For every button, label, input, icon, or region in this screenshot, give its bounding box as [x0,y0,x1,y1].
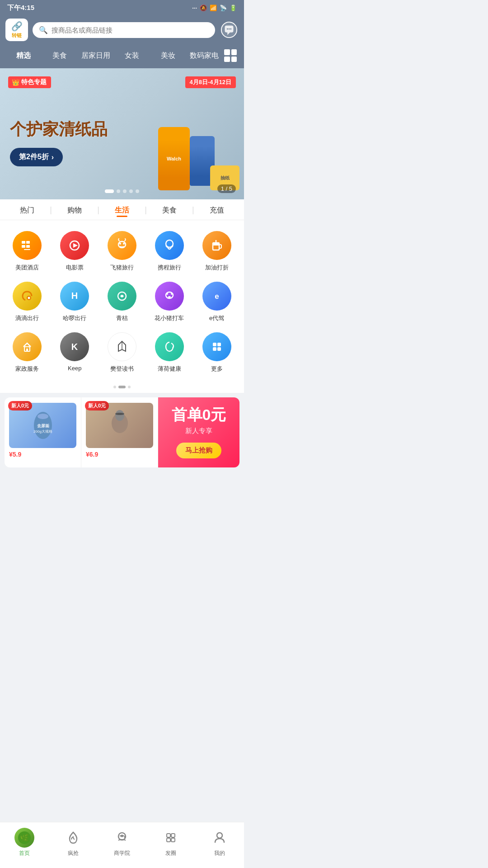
movie-icon [60,231,89,260]
banner[interactable]: 👑 特色专题 4月8日-4月12日 个护家清纸品 第2件5折 › Walch 抽… [0,68,244,199]
nav-grid-icon[interactable] [222,47,239,64]
svg-text:e: e [215,292,219,301]
battery-icon: 🔋 [230,5,237,11]
search-input[interactable] [52,26,209,34]
service-movie[interactable]: 电影票 [51,227,99,278]
service-grid: 美团酒店 电影票 飞猪旅行 携程旅行 加油打折 滴滴出行 H [0,220,244,383]
service-ctrip[interactable]: 携程旅行 [145,227,193,278]
promo-badge-2: 新人0元 [85,401,109,410]
service-fandeng[interactable]: 樊登读书 [99,329,146,379]
svg-rect-34 [217,343,221,346]
svg-rect-35 [213,347,216,351]
fandeng-label: 樊登读书 [110,365,134,373]
banner-dots [105,189,139,193]
svg-point-42 [115,410,124,421]
logo-box[interactable]: 🔗 转链 [5,19,28,41]
wifi-icon: 📡 [220,5,227,11]
didi-icon [13,282,42,311]
ctrip-icon [155,231,184,260]
service-fliggy[interactable]: 飞猪旅行 [99,227,146,278]
nav-tab-fashion[interactable]: 女装 [114,49,150,62]
gas-icon [202,231,231,260]
service-meituan[interactable]: 美团酒店 [4,227,51,278]
banner-indicator: 1 / 5 [217,184,236,193]
hello-icon: H [60,282,89,311]
promo-section: 去尿垢 200g大规格 新人0元 ¥5.9 新人0元 ¥6.9 首单0元 新人专… [5,397,239,467]
nav-tab-home[interactable]: 居家日用 [78,49,114,62]
network-icon: 📶 [210,5,217,11]
svg-point-14 [166,240,173,247]
service-qingju[interactable]: 青桔 [99,278,146,329]
chat-icon[interactable] [220,20,239,39]
service-gas[interactable]: 加油打折 [193,227,240,278]
keep-label: Keep [68,365,81,372]
svg-point-12 [119,243,121,245]
banner-title: 个护家清纸品 [10,119,136,139]
status-time: 下午4:15 [7,4,34,12]
banner-dot-1 [105,189,114,193]
svg-rect-4 [22,241,25,244]
svg-marker-10 [73,243,78,248]
promo-right-btn[interactable]: 马上抢购 [176,443,221,458]
cat-tab-life[interactable]: 生活 [99,199,145,220]
cat-tab-food2[interactable]: 美食 [147,199,192,220]
banner-dot-4 [129,189,133,193]
svg-point-26 [168,296,171,298]
service-bohe[interactable]: 薄荷健康 [145,329,193,379]
gas-label: 加油打折 [205,264,229,272]
service-edaijia[interactable]: e e代驾 [193,278,240,329]
logo-label: 转链 [12,32,22,39]
service-homeservice[interactable]: 家政服务 [4,329,51,379]
banner-bg: 👑 特色专题 4月8日-4月12日 个护家清纸品 第2件5折 › Walch 抽… [0,68,244,199]
svg-text:200g大规格: 200g大规格 [33,429,52,434]
service-hello[interactable]: H 哈啰出行 [51,278,99,329]
homeservice-icon [13,332,42,361]
service-more[interactable]: 更多 [193,329,240,379]
hello-label: 哈啰出行 [63,314,86,322]
svg-rect-33 [213,343,216,346]
bohe-icon [155,332,184,361]
fliggy-label: 飞猪旅行 [110,264,134,272]
service-huaxiaozhu[interactable]: 花小猪打车 [145,278,193,329]
fandeng-icon [108,332,136,361]
nav-tab-food[interactable]: 美食 [42,49,78,62]
banner-left: 个护家清纸品 第2件5折 › [0,92,145,175]
cat-tab-shopping[interactable]: 购物 [52,199,97,220]
status-bar: 下午4:15 ··· 🔕 📶 📡 🔋 [0,0,244,15]
service-keep[interactable]: K Keep [51,329,99,379]
nav-tab-digital[interactable]: 数码家电 [186,49,222,62]
svg-point-1 [227,28,228,30]
svg-text:去尿垢: 去尿垢 [37,424,49,428]
svg-point-24 [166,293,168,295]
nav-tabs: 精选 美食 居家日用 女装 美妆 数码家电 [0,46,244,68]
fliggy-icon [108,231,136,260]
banner-btn[interactable]: 第2件5折 › [10,148,63,166]
qingju-icon [108,282,136,311]
svg-rect-5 [26,241,30,244]
nav-tab-beauty[interactable]: 美妆 [150,49,186,62]
promo-card-1[interactable]: 去尿垢 200g大规格 新人0元 ¥5.9 [5,397,81,467]
promo-right[interactable]: 首单0元 新人专享 马上抢购 [158,397,239,467]
header: 🔗 转链 🔍 [0,15,244,46]
svg-rect-36 [217,347,221,351]
banner-dot-3 [123,189,127,193]
cat-tab-recharge[interactable]: 充值 [194,199,239,220]
arrow-icon: › [52,153,54,161]
cat-tab-hot[interactable]: 热门 [5,199,50,220]
search-icon: 🔍 [39,26,48,34]
promo-card-2[interactable]: 新人0元 ¥6.9 [81,397,158,467]
scroll-dot-2 [118,386,126,388]
search-bar[interactable]: 🔍 [33,22,215,38]
svg-rect-8 [24,249,30,250]
banner-tag: 👑 特色专题 [8,76,51,88]
meituan-icon [13,231,42,260]
promo-right-title: 首单0元 [172,406,226,423]
scroll-dot-1 [113,386,116,388]
svg-rect-16 [213,243,219,245]
qingju-label: 青桔 [116,314,128,322]
svg-text:K: K [71,342,78,352]
nav-tab-selected[interactable]: 精选 [5,49,42,62]
service-didi[interactable]: 滴滴出行 [4,278,51,329]
svg-text:H: H [71,291,78,301]
promo-price-2: ¥6.9 [86,451,153,458]
